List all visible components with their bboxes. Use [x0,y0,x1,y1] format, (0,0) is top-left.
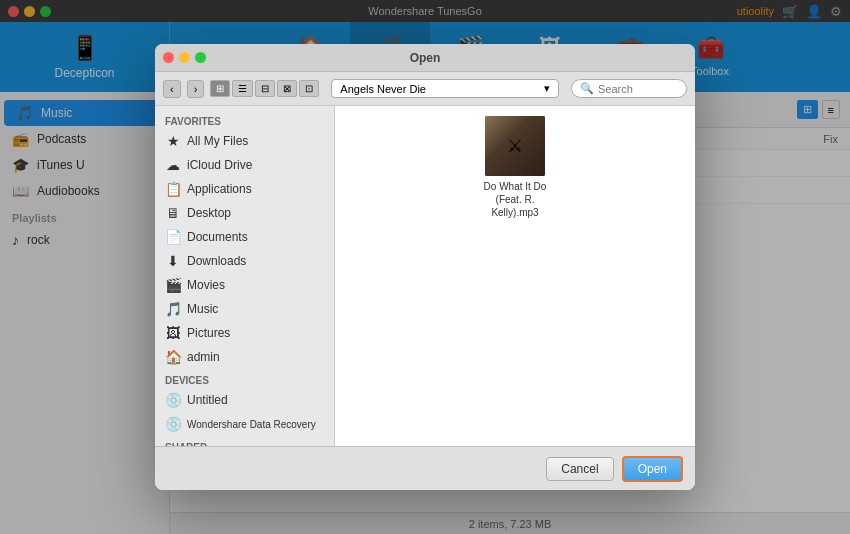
open-button[interactable]: Open [622,456,683,482]
downloads-icon: ⬇ [165,253,181,269]
open-dialog: Open ‹ › ⊞ ☰ ⊟ ⊠ ⊡ Angels Never Die ▾ 🔍 [155,44,695,490]
modal-toolbar: ‹ › ⊞ ☰ ⊟ ⊠ ⊡ Angels Never Die ▾ 🔍 [155,72,695,106]
desktop-icon: 🖥 [165,205,181,221]
search-icon: 🔍 [580,82,594,95]
desktop-label: Desktop [187,206,231,220]
untitled-label: Untitled [187,393,228,407]
modal-content-area: ⚔ Do What It Do(Feat. R. Kelly).mp3 [335,106,695,446]
music-folder-label: Music [187,302,218,316]
sidebar-all-my-files[interactable]: ★ All My Files [155,129,334,153]
list-view-button-modal[interactable]: ☰ [232,80,253,97]
star-icon: ★ [165,133,181,149]
sidebar-admin[interactable]: 🏠 admin [155,345,334,369]
gallery-view-button[interactable]: ⊡ [299,80,319,97]
modal-titlebar: Open [155,44,695,72]
modal-minimize-button[interactable] [179,52,190,63]
cancel-button[interactable]: Cancel [546,457,613,481]
sidebar-pictures[interactable]: 🖼 Pictures [155,321,334,345]
column-view-button[interactable]: ⊟ [255,80,275,97]
modal-title: Open [410,51,441,65]
modal-traffic-lights [163,52,206,63]
wondershare-disk-icon: 💿 [165,416,181,432]
chevron-down-icon: ▾ [544,82,550,95]
disk-icon: 💿 [165,392,181,408]
sidebar-icloud-drive[interactable]: ☁ iCloud Drive [155,153,334,177]
modal-footer: Cancel Open [155,446,695,490]
search-box: 🔍 [571,79,687,98]
modal-view-buttons: ⊞ ☰ ⊟ ⊠ ⊡ [210,80,319,97]
pictures-label: Pictures [187,326,230,340]
sidebar-documents[interactable]: 📄 Documents [155,225,334,249]
wondershare-label: Wondershare Data Recovery [187,419,316,430]
all-my-files-label: All My Files [187,134,248,148]
album-art: ⚔ [485,116,545,176]
modal-maximize-button[interactable] [195,52,206,63]
movies-icon: 🎬 [165,277,181,293]
admin-icon: 🏠 [165,349,181,365]
sidebar-applications[interactable]: 📋 Applications [155,177,334,201]
location-bar[interactable]: Angels Never Die ▾ [331,79,559,98]
sidebar-downloads[interactable]: ⬇ Downloads [155,249,334,273]
file-thumb-name: Do What It Do(Feat. R. Kelly).mp3 [475,180,555,219]
applications-icon: 📋 [165,181,181,197]
icon-view-button[interactable]: ⊞ [210,80,230,97]
back-button[interactable]: ‹ [163,80,181,98]
file-thumbnail[interactable]: ⚔ Do What It Do(Feat. R. Kelly).mp3 [475,116,555,219]
sidebar-music[interactable]: 🎵 Music [155,297,334,321]
downloads-label: Downloads [187,254,246,268]
modal-close-button[interactable] [163,52,174,63]
icloud-drive-label: iCloud Drive [187,158,252,172]
sidebar-movies[interactable]: 🎬 Movies [155,273,334,297]
sidebar-wondershare[interactable]: 💿 Wondershare Data Recovery [155,412,334,436]
sidebar-desktop[interactable]: 🖥 Desktop [155,201,334,225]
applications-label: Applications [187,182,252,196]
documents-icon: 📄 [165,229,181,245]
cloud-icon: ☁ [165,157,181,173]
modal-body: Favorites ★ All My Files ☁ iCloud Drive … [155,106,695,446]
forward-button[interactable]: › [187,80,205,98]
movies-label: Movies [187,278,225,292]
music-folder-icon: 🎵 [165,301,181,317]
location-text: Angels Never Die [340,83,426,95]
documents-label: Documents [187,230,248,244]
devices-section-title: Devices [155,369,334,388]
modal-sidebar: Favorites ★ All My Files ☁ iCloud Drive … [155,106,335,446]
admin-label: admin [187,350,220,364]
modal-overlay: Open ‹ › ⊞ ☰ ⊟ ⊠ ⊡ Angels Never Die ▾ 🔍 [0,0,850,534]
search-input[interactable] [598,83,678,95]
shared-section-title: Shared [155,436,334,446]
pictures-icon: 🖼 [165,325,181,341]
favorites-section-title: Favorites [155,110,334,129]
cover-view-button[interactable]: ⊠ [277,80,297,97]
sidebar-untitled[interactable]: 💿 Untitled [155,388,334,412]
